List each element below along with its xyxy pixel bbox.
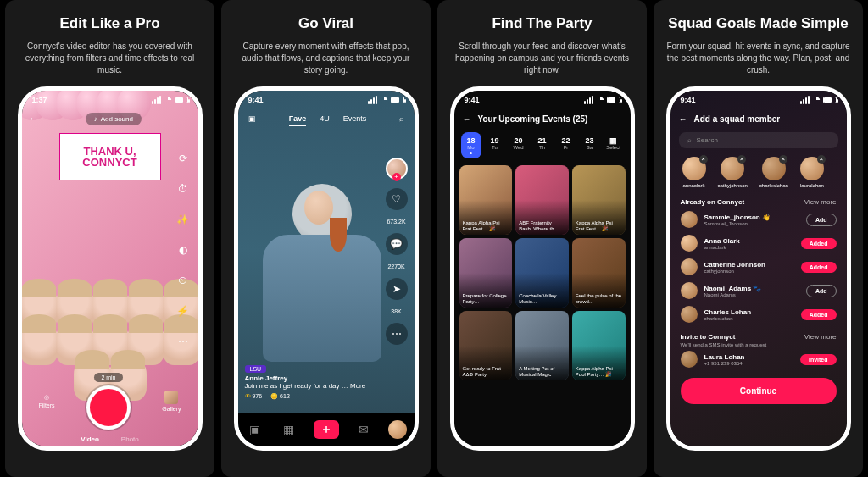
event-card[interactable]: Kappa Alpha Psi Frat Fest… 🎉 [459,165,513,235]
more-icon[interactable]: ⋯ [175,333,192,350]
back-icon[interactable]: ← [679,114,687,124]
event-card[interactable]: Kappa Alpha Psi Pool Party… 🎉 [572,311,626,380]
panel-title: Edit Like a Pro [59,15,159,32]
creator-avatar[interactable] [386,158,408,180]
panel-desc: Form your squad, hit events in sync, and… [662,41,854,76]
status-bar: 9:41 [238,91,415,109]
tab-photo[interactable]: Photo [121,435,139,443]
selected-member[interactable]: charleslohan [760,157,788,188]
tab-fave[interactable]: Fave [289,114,307,123]
panel-find-the-party: Find The Party Scroll through your feed … [437,0,647,477]
author-name[interactable]: Annie Jeffrey [245,374,408,382]
status-time: 9:41 [465,96,480,104]
event-card[interactable]: Prepare for College Party… [459,238,513,308]
flash-icon[interactable]: ⚡ [175,302,192,319]
like-button[interactable]: ♡ [386,188,408,210]
add-button[interactable]: Add [806,285,837,297]
editor-side-tools: ⟳ ⏱ ✨ ◐ ⏲ ⚡ ⋯ [175,150,192,350]
contact-row: Naomi_Adams 🐾Naomi AdamsAdd [670,279,847,302]
nav-events-icon[interactable]: ▦ [280,420,298,439]
tab-events[interactable]: Events [343,114,367,123]
added-button[interactable]: Added [801,262,837,273]
search-icon[interactable]: ⌕ [399,114,403,123]
day-23[interactable]: 23Sa [580,132,600,158]
back-icon[interactable]: ← [463,114,471,124]
panel-go-viral: Go Viral Capture every moment with effec… [221,0,431,477]
gallery-button[interactable]: Gallery [162,391,181,412]
search-input[interactable]: ⌕ Search [679,132,838,148]
event-card[interactable]: ABF Fraternity Bash. Where th… [515,165,569,235]
status-time: 1:37 [32,96,47,104]
section-heading: Invite to Connyct [681,333,736,341]
search-icon: ⌕ [687,136,692,144]
record-button[interactable] [86,385,131,430]
speed-icon[interactable]: ⏱ [175,180,192,197]
wifi-icon [164,97,172,103]
bottom-nav: ▣ ▦ ＋ ✉ [238,413,415,446]
avatar[interactable] [681,306,698,323]
status-time: 9:41 [248,96,264,104]
avatar[interactable] [681,351,698,368]
add-button[interactable]: Add [806,214,837,226]
more-icon[interactable]: ⋯ [386,323,408,345]
tab-4u[interactable]: 4U [320,114,330,123]
status-bar: 1:37 [22,91,198,109]
add-sound-button[interactable]: ♪ Add sound [86,113,142,125]
added-button[interactable]: Added [801,309,837,320]
flip-icon[interactable]: ⟳ [175,150,192,167]
avatar[interactable] [681,282,698,299]
wifi-icon [380,97,388,103]
selected-member[interactable]: cathyjohnson [718,157,748,188]
phone-mockup: 1:37 ‹ ♪ Add sound THANK U,CONNYCT ⟳ ⏱ ✨… [18,86,203,451]
beauty-icon[interactable]: ✨ [175,211,192,228]
added-button[interactable]: Added [801,238,837,249]
panel-title: Go Viral [298,15,353,32]
continue-button[interactable]: Continue [681,378,837,404]
day-select[interactable]: ▦Select [604,132,624,158]
section-heading: Already on Connyct [681,198,745,206]
duration-pill[interactable]: 2 min [94,373,122,382]
coins-count: 🪙 612 [270,393,290,400]
view-more-link[interactable]: View more [804,333,837,341]
day-21[interactable]: 21Th [532,132,553,158]
event-card[interactable]: A Melting Pot of Musical Magic [515,311,569,380]
signal-icon [152,96,161,104]
event-card[interactable]: Kappa Alpha Psi Frat Fest… 🎉 [572,165,626,235]
avatar[interactable] [681,258,698,275]
invited-button[interactable]: Invited [800,354,837,365]
selected-member[interactable]: annaclark [682,157,706,188]
phone-mockup: 9:41 ← Add a squad member ⌕ Search annac… [666,86,851,451]
tab-video[interactable]: Video [81,435,99,443]
page-title: Your Upcoming Events (25) [478,114,588,124]
selected-member[interactable]: lauralohan [800,157,824,188]
page-title: Add a squad member [694,114,781,124]
comment-button[interactable]: 💬 [386,233,408,255]
avatar[interactable] [681,211,698,228]
filters-button[interactable]: ◎Filters [39,394,55,408]
day-19[interactable]: 19Tu [485,132,505,158]
avatar[interactable] [681,235,698,252]
like-count: 673.2K [387,219,405,225]
share-button[interactable]: ➤ [386,278,408,300]
nav-profile-icon[interactable] [388,420,407,439]
event-card[interactable]: Feel the pulse of the crowd… [572,238,626,308]
video-caption: Join me as I get ready for a day … More [245,382,408,390]
school-badge[interactable]: LSU [245,365,267,373]
nav-inbox-icon[interactable]: ✉ [354,420,373,439]
timer-icon[interactable]: ⏲ [175,272,192,289]
day-20[interactable]: 20Wed [509,132,529,158]
day-18[interactable]: 18Mo [461,132,481,158]
back-icon[interactable]: ‹ [31,115,33,123]
filter-icon[interactable]: ◐ [175,241,192,258]
nav-feed-icon[interactable]: ▣ [246,420,264,439]
live-icon[interactable]: ▣ [248,114,256,123]
view-more-link[interactable]: View more [804,198,837,206]
wifi-icon [596,97,604,103]
day-22[interactable]: 22Fr [556,132,576,158]
phone-mockup: 9:41 ← Your Upcoming Events (25) 18Mo 19… [450,86,635,451]
sign-card: THANK U,CONNYCT [59,133,161,180]
event-card[interactable]: Coachella Valley Music… [515,238,569,308]
signal-icon [584,96,593,104]
nav-create-button[interactable]: ＋ [314,420,339,439]
event-card[interactable]: Get ready to Frat AΔΦ Party [459,311,513,380]
